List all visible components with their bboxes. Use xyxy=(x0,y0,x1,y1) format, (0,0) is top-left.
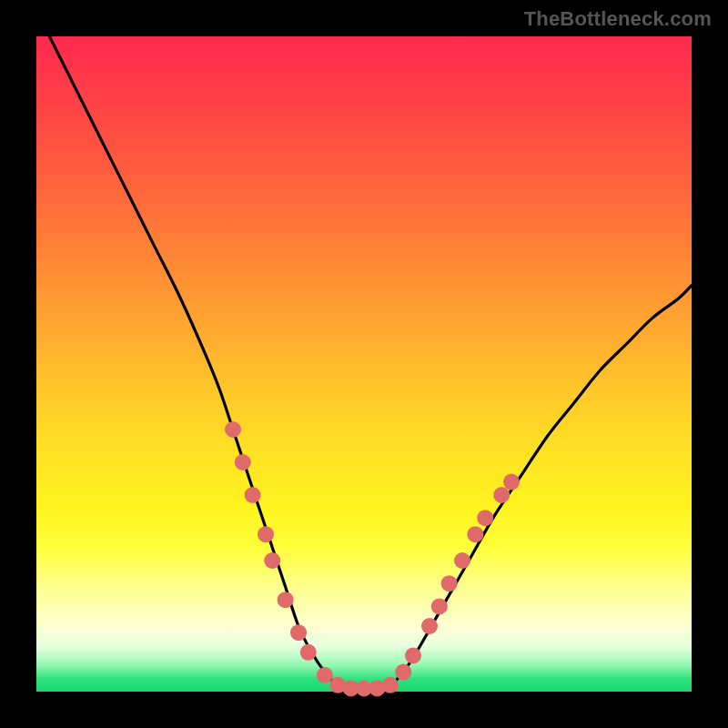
marker-dot xyxy=(405,647,421,663)
watermark-text: TheBottleneck.com xyxy=(524,7,712,31)
marker-dot xyxy=(477,510,493,526)
marker-dot xyxy=(258,526,274,542)
marker-dot xyxy=(225,421,241,438)
marker-dot xyxy=(317,667,333,683)
bottleneck-curve xyxy=(49,36,692,689)
marker-dot xyxy=(264,552,280,569)
curve-svg xyxy=(36,36,692,692)
marker-dot xyxy=(493,487,510,503)
marker-dot xyxy=(421,618,438,634)
marker-dot xyxy=(395,663,411,680)
marker-dot xyxy=(245,487,261,503)
marker-dot xyxy=(382,677,399,693)
marker-dot xyxy=(300,644,317,661)
highlight-dots xyxy=(225,421,520,696)
marker-dot xyxy=(235,454,251,470)
marker-dot xyxy=(278,592,294,608)
plot-area xyxy=(36,36,692,692)
marker-dot xyxy=(441,575,458,592)
marker-dot xyxy=(290,624,307,641)
marker-dot xyxy=(454,552,470,569)
marker-dot xyxy=(503,474,520,490)
marker-dot xyxy=(431,598,448,614)
chart-canvas: TheBottleneck.com xyxy=(0,0,728,728)
marker-dot xyxy=(467,526,483,542)
